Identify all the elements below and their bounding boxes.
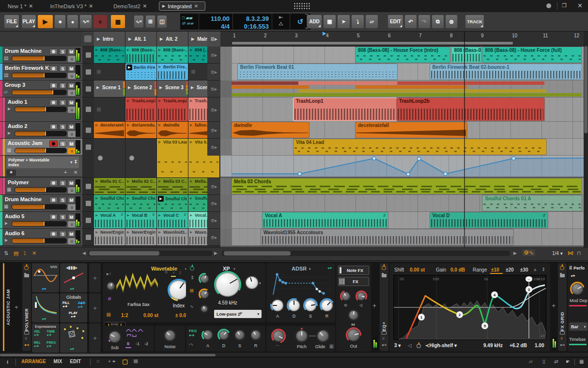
track-header[interactable]: Audio 6SM➤≡ (0, 229, 82, 246)
undo-button[interactable]: ↶ (404, 15, 417, 29)
keys-icon[interactable]: ⫴⫴ (107, 312, 110, 318)
voices-knob[interactable] (356, 290, 367, 302)
arranger-clip[interactable]: Berlin Firework Beat 02-bounce-1 (430, 64, 582, 80)
tab-close-icon[interactable]: ✕ (89, 3, 93, 9)
mixer-io-icon[interactable]: ⇄ (554, 359, 558, 364)
clip-play-icon[interactable]: ▶ (95, 123, 98, 127)
device-window-icon[interactable] (24, 331, 29, 335)
filter-env-amount-knob[interactable] (199, 288, 210, 300)
track-name[interactable]: Audio 6 (5, 230, 24, 236)
clip-slot[interactable]: ▶Mella 03 C... (157, 178, 188, 194)
scene-play-icon[interactable]: ▶ (160, 37, 163, 41)
feg-label[interactable]: FEG ●➔ (189, 329, 197, 337)
automation-write-button[interactable]: ∿ʷ (79, 15, 92, 29)
launcher-scroll-thumb[interactable] (89, 251, 159, 256)
track-header[interactable]: Drum MachineSM▤≡ (0, 47, 82, 64)
arranger-clip[interactable]: deceleratefall (356, 122, 467, 138)
clip-play-icon[interactable]: ▶ (95, 196, 98, 200)
mute-button[interactable]: M (68, 48, 75, 55)
filter-env-icon[interactable]: ∿ (190, 304, 194, 309)
magnet-icon[interactable]: ⊓ (577, 250, 581, 256)
tempo-display[interactable]: 110.00 4/4 (199, 14, 232, 30)
feg-knob-a[interactable] (201, 329, 214, 341)
transport-mode-cell[interactable]: □ ▰▰ ⇄ ▰▰ (180, 14, 199, 30)
snap-toggle-icon[interactable]: ⋈ (568, 250, 573, 256)
clip-stop-button[interactable] (86, 184, 91, 189)
crossfade-section-icon[interactable]: ⤵ (23, 250, 26, 256)
expression-vel[interactable]: VEL ●➔ (34, 330, 41, 337)
clip-slot[interactable]: ▶808 (Bass-... (125, 47, 157, 63)
clip-play-icon[interactable]: ▶ (127, 213, 129, 217)
osc-detune-value[interactable]: 0.00 st (143, 313, 158, 318)
noise-level-knob[interactable] (163, 329, 177, 342)
mute-button[interactable]: M (68, 214, 75, 220)
eq-zoom-icon[interactable]: ⇕ (542, 267, 545, 272)
sub-level-knob[interactable] (108, 330, 122, 344)
delete-button[interactable]: ⊗ (445, 15, 458, 29)
solo-button[interactable]: S (59, 141, 66, 147)
clip-slot[interactable]: ▶TrashLoop2b (157, 97, 188, 121)
clip-play-icon[interactable]: ▶ (158, 140, 161, 144)
add-device-start-button[interactable]: + (15, 304, 18, 311)
device-grid-icon[interactable]: ⠿ (560, 337, 563, 341)
timebase-dropdown[interactable]: Bar▾ (569, 322, 588, 331)
solo-button[interactable]: S (59, 65, 66, 72)
volume-fader[interactable] (12, 204, 67, 209)
volume-fader[interactable] (15, 107, 67, 112)
clip-play-icon[interactable]: ▶ (127, 230, 129, 234)
launcher-scrollbar[interactable] (88, 251, 212, 256)
arranger-clip[interactable]: dwindle (232, 122, 309, 138)
device-power-icon[interactable] (382, 266, 386, 270)
arranger-clip[interactable]: Wavoloid1955 Acccolours (261, 229, 514, 245)
adsr-knob-r[interactable] (320, 298, 334, 313)
solo-button[interactable]: S (59, 180, 66, 186)
row-menu-cell[interactable]: ≣▸ (207, 139, 220, 156)
solo-button[interactable]: S (59, 124, 66, 130)
track-list-view-icon[interactable]: ▤ (14, 250, 18, 256)
solo-button[interactable]: S (59, 214, 66, 220)
row-menu-cell[interactable]: ≣▸ (207, 47, 220, 64)
arm-record-button[interactable] (49, 99, 58, 106)
solo-button[interactable]: S (59, 48, 66, 55)
clip-play-icon[interactable]: ▶ (127, 99, 129, 103)
controller-button[interactable]: ▦ (110, 15, 125, 29)
clip-play-icon[interactable]: ▶ (190, 213, 192, 217)
clip-play-icon[interactable]: ▶ (190, 179, 192, 183)
add-modulator-button[interactable]: + (89, 263, 101, 292)
row-menu-cell[interactable]: ≣▸ (207, 97, 220, 122)
position-time[interactable]: 0:16.553 (244, 23, 269, 30)
clip-slot[interactable]: ▶Berlin Fire... (157, 64, 188, 80)
route-up-icon[interactable]: ▸↑ (107, 271, 111, 276)
mod-lfo-cell[interactable]: MW●➔ (32, 263, 59, 292)
mod-envelope-cell[interactable]: ●➔ (32, 293, 59, 322)
clip-slot[interactable]: ▶Vocal C⇵ (157, 212, 188, 228)
device-grid-icon[interactable]: ⠿ (382, 337, 385, 341)
filter-power-icon[interactable] (190, 266, 194, 271)
scene-launch-cell[interactable]: ▶Intro (94, 32, 125, 47)
glide-mode-badge[interactable]: L (329, 344, 334, 349)
scene-play-icon[interactable]: ▶ (97, 37, 100, 41)
stop-all-clips-button[interactable] (84, 35, 92, 42)
eq-shift-value[interactable]: 0.00 st (410, 267, 425, 272)
device-expand-icon[interactable]: ●➔ (560, 343, 565, 347)
arm-record-button[interactable] (49, 48, 58, 55)
add-automation-lane-button[interactable]: + (64, 169, 67, 175)
track-name[interactable]: Audio 5 (5, 213, 24, 219)
clip-slot[interactable]: ▶Vocal A⇵ (94, 212, 125, 228)
mod-globals-cell[interactable]: GlobalsFILL ●➔A◆B ●➔PLAY ●➔ (60, 293, 87, 322)
add-effect-track-button[interactable]: ⤵ (351, 15, 364, 29)
tab-close-icon[interactable]: ✕ (194, 3, 198, 9)
clip-play-icon[interactable]: ▶ (190, 99, 192, 103)
arm-record-button[interactable] (49, 214, 58, 220)
mod-source-arrow[interactable]: ●➔ (42, 287, 46, 291)
tempo-value[interactable]: 110.00 (211, 15, 230, 22)
track-header[interactable]: Berlin Firework KitSM▤≡ (0, 64, 82, 80)
close-section-icon[interactable]: ✕ (32, 250, 36, 256)
solo-button[interactable]: S (59, 197, 66, 203)
scene-play-icon[interactable]: ▶ (128, 37, 131, 41)
volume-fader[interactable] (15, 187, 67, 192)
track-name[interactable]: Polymer (8, 179, 29, 185)
project-tab[interactable]: DemoTest2✕ (110, 1, 154, 11)
filter-envelope-cell[interactable]: FEG ●➔‹∿ADSR (186, 326, 265, 352)
duplicate-button[interactable]: ⧉ (432, 15, 444, 29)
